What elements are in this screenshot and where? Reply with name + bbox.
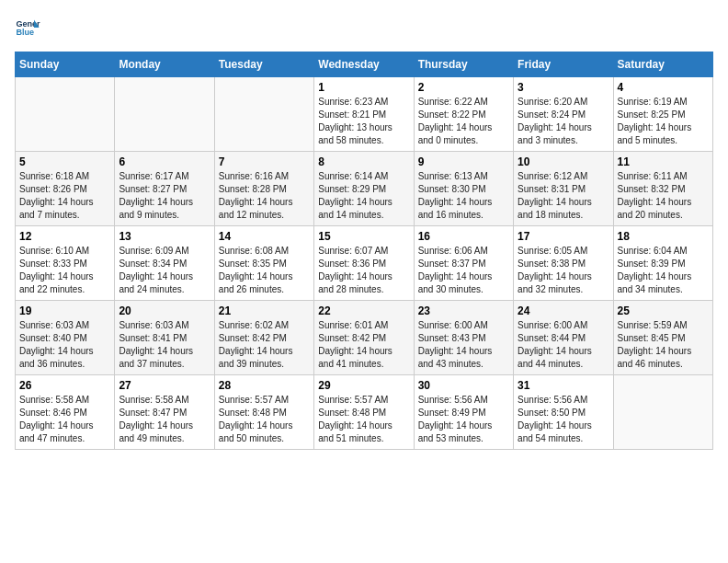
day-number: 19 xyxy=(19,304,110,317)
day-number: 7 xyxy=(219,155,310,168)
day-info: Sunrise: 6:00 AM Sunset: 8:44 PM Dayligh… xyxy=(518,319,609,371)
calendar-cell: 27Sunrise: 5:58 AM Sunset: 8:47 PM Dayli… xyxy=(115,375,214,450)
day-number: 11 xyxy=(618,155,709,168)
calendar-cell: 30Sunrise: 5:56 AM Sunset: 8:49 PM Dayli… xyxy=(414,375,513,450)
day-info: Sunrise: 6:14 AM Sunset: 8:29 PM Dayligh… xyxy=(318,170,409,222)
weekday-header-wednesday: Wednesday xyxy=(314,52,414,77)
calendar-cell xyxy=(613,375,712,450)
day-number: 28 xyxy=(219,379,310,392)
day-number: 27 xyxy=(119,379,210,392)
calendar-cell: 11Sunrise: 6:11 AM Sunset: 8:32 PM Dayli… xyxy=(613,152,712,226)
calendar-cell: 4Sunrise: 6:19 AM Sunset: 8:25 PM Daylig… xyxy=(613,77,712,152)
day-number: 30 xyxy=(418,379,509,392)
day-info: Sunrise: 5:57 AM Sunset: 8:48 PM Dayligh… xyxy=(318,394,409,445)
day-info: Sunrise: 5:58 AM Sunset: 8:47 PM Dayligh… xyxy=(119,394,210,445)
calendar-cell: 22Sunrise: 6:01 AM Sunset: 8:42 PM Dayli… xyxy=(314,301,414,375)
day-number: 12 xyxy=(19,230,110,243)
day-info: Sunrise: 6:19 AM Sunset: 8:25 PM Dayligh… xyxy=(618,96,709,147)
calendar-cell: 8Sunrise: 6:14 AM Sunset: 8:29 PM Daylig… xyxy=(314,152,414,226)
day-info: Sunrise: 6:11 AM Sunset: 8:32 PM Dayligh… xyxy=(618,170,709,222)
weekday-header-saturday: Saturday xyxy=(613,52,712,77)
calendar-cell: 20Sunrise: 6:03 AM Sunset: 8:41 PM Dayli… xyxy=(115,301,214,375)
day-info: Sunrise: 6:08 AM Sunset: 8:35 PM Dayligh… xyxy=(219,245,310,296)
calendar-cell: 5Sunrise: 6:18 AM Sunset: 8:26 PM Daylig… xyxy=(16,152,115,226)
calendar-cell: 14Sunrise: 6:08 AM Sunset: 8:35 PM Dayli… xyxy=(214,226,313,301)
day-info: Sunrise: 6:12 AM Sunset: 8:31 PM Dayligh… xyxy=(518,170,609,222)
day-info: Sunrise: 6:23 AM Sunset: 8:21 PM Dayligh… xyxy=(318,96,409,147)
weekday-header-thursday: Thursday xyxy=(414,52,513,77)
calendar-cell: 17Sunrise: 6:05 AM Sunset: 8:38 PM Dayli… xyxy=(514,226,613,301)
day-info: Sunrise: 5:56 AM Sunset: 8:50 PM Dayligh… xyxy=(518,394,609,445)
day-info: Sunrise: 6:00 AM Sunset: 8:43 PM Dayligh… xyxy=(418,319,509,371)
day-info: Sunrise: 6:18 AM Sunset: 8:26 PM Dayligh… xyxy=(19,170,110,222)
day-info: Sunrise: 6:02 AM Sunset: 8:42 PM Dayligh… xyxy=(219,319,310,371)
day-number: 14 xyxy=(219,230,310,243)
weekday-header-friday: Friday xyxy=(514,52,613,77)
day-number: 3 xyxy=(518,81,609,94)
day-number: 2 xyxy=(418,81,509,94)
day-info: Sunrise: 6:05 AM Sunset: 8:38 PM Dayligh… xyxy=(518,245,609,296)
day-info: Sunrise: 6:04 AM Sunset: 8:39 PM Dayligh… xyxy=(618,245,709,296)
day-number: 10 xyxy=(518,155,609,168)
day-number: 31 xyxy=(518,379,609,392)
weekday-header-tuesday: Tuesday xyxy=(214,52,313,77)
calendar-cell: 15Sunrise: 6:07 AM Sunset: 8:36 PM Dayli… xyxy=(314,226,414,301)
calendar-cell: 9Sunrise: 6:13 AM Sunset: 8:30 PM Daylig… xyxy=(414,152,513,226)
calendar-cell xyxy=(16,77,115,152)
calendar-cell: 7Sunrise: 6:16 AM Sunset: 8:28 PM Daylig… xyxy=(214,152,313,226)
day-info: Sunrise: 6:13 AM Sunset: 8:30 PM Dayligh… xyxy=(418,170,509,222)
calendar-cell: 10Sunrise: 6:12 AM Sunset: 8:31 PM Dayli… xyxy=(514,152,613,226)
calendar-cell: 21Sunrise: 6:02 AM Sunset: 8:42 PM Dayli… xyxy=(214,301,313,375)
calendar-cell: 1Sunrise: 6:23 AM Sunset: 8:21 PM Daylig… xyxy=(314,77,414,152)
day-number: 9 xyxy=(418,155,509,168)
calendar-cell: 29Sunrise: 5:57 AM Sunset: 8:48 PM Dayli… xyxy=(314,375,414,450)
day-number: 5 xyxy=(19,155,110,168)
day-number: 8 xyxy=(318,155,409,168)
day-info: Sunrise: 6:07 AM Sunset: 8:36 PM Dayligh… xyxy=(318,245,409,296)
calendar-cell: 3Sunrise: 6:20 AM Sunset: 8:24 PM Daylig… xyxy=(514,77,613,152)
day-info: Sunrise: 6:06 AM Sunset: 8:37 PM Dayligh… xyxy=(418,245,509,296)
day-info: Sunrise: 6:01 AM Sunset: 8:42 PM Dayligh… xyxy=(318,319,409,371)
calendar-cell xyxy=(214,77,313,152)
day-info: Sunrise: 6:22 AM Sunset: 8:22 PM Dayligh… xyxy=(418,96,509,147)
day-number: 21 xyxy=(219,304,310,317)
calendar-cell: 18Sunrise: 6:04 AM Sunset: 8:39 PM Dayli… xyxy=(613,226,712,301)
day-info: Sunrise: 6:16 AM Sunset: 8:28 PM Dayligh… xyxy=(219,170,310,222)
day-number: 23 xyxy=(418,304,509,317)
calendar-cell: 23Sunrise: 6:00 AM Sunset: 8:43 PM Dayli… xyxy=(414,301,513,375)
calendar-cell: 28Sunrise: 5:57 AM Sunset: 8:48 PM Dayli… xyxy=(214,375,313,450)
day-info: Sunrise: 5:59 AM Sunset: 8:45 PM Dayligh… xyxy=(618,319,709,371)
day-number: 1 xyxy=(318,81,409,94)
calendar-cell: 12Sunrise: 6:10 AM Sunset: 8:33 PM Dayli… xyxy=(16,226,115,301)
day-number: 24 xyxy=(518,304,609,317)
day-info: Sunrise: 5:56 AM Sunset: 8:49 PM Dayligh… xyxy=(418,394,509,445)
calendar-week-row: 1Sunrise: 6:23 AM Sunset: 8:21 PM Daylig… xyxy=(16,77,713,152)
day-info: Sunrise: 5:58 AM Sunset: 8:46 PM Dayligh… xyxy=(19,394,110,445)
day-number: 26 xyxy=(19,379,110,392)
day-number: 15 xyxy=(318,230,409,243)
calendar-week-row: 12Sunrise: 6:10 AM Sunset: 8:33 PM Dayli… xyxy=(16,226,713,301)
logo-icon: General Blue xyxy=(15,15,40,40)
day-info: Sunrise: 6:10 AM Sunset: 8:33 PM Dayligh… xyxy=(19,245,110,296)
weekday-header-row: SundayMondayTuesdayWednesdayThursdayFrid… xyxy=(16,52,713,77)
day-number: 16 xyxy=(418,230,509,243)
page-header: General Blue xyxy=(15,15,713,40)
calendar-cell: 25Sunrise: 5:59 AM Sunset: 8:45 PM Dayli… xyxy=(613,301,712,375)
day-info: Sunrise: 6:17 AM Sunset: 8:27 PM Dayligh… xyxy=(119,170,210,222)
day-info: Sunrise: 6:20 AM Sunset: 8:24 PM Dayligh… xyxy=(518,96,609,147)
weekday-header-monday: Monday xyxy=(115,52,214,77)
svg-text:Blue: Blue xyxy=(16,28,34,37)
day-info: Sunrise: 5:57 AM Sunset: 8:48 PM Dayligh… xyxy=(219,394,310,445)
day-number: 20 xyxy=(119,304,210,317)
calendar-week-row: 19Sunrise: 6:03 AM Sunset: 8:40 PM Dayli… xyxy=(16,301,713,375)
calendar-cell: 31Sunrise: 5:56 AM Sunset: 8:50 PM Dayli… xyxy=(514,375,613,450)
logo: General Blue xyxy=(15,15,40,40)
day-number: 22 xyxy=(318,304,409,317)
calendar-table: SundayMondayTuesdayWednesdayThursdayFrid… xyxy=(15,52,713,450)
day-number: 4 xyxy=(618,81,709,94)
day-number: 25 xyxy=(618,304,709,317)
calendar-cell: 6Sunrise: 6:17 AM Sunset: 8:27 PM Daylig… xyxy=(115,152,214,226)
day-info: Sunrise: 6:09 AM Sunset: 8:34 PM Dayligh… xyxy=(119,245,210,296)
calendar-cell: 24Sunrise: 6:00 AM Sunset: 8:44 PM Dayli… xyxy=(514,301,613,375)
day-number: 29 xyxy=(318,379,409,392)
